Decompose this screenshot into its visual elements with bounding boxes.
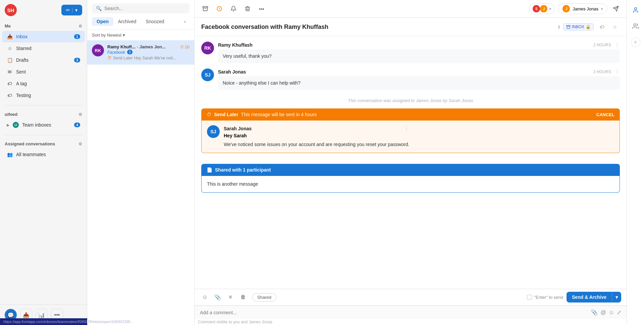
sidebar-item-all-teammates[interactable]: 👥 All teammates — [2, 149, 85, 160]
send-later-block: ⏱ Send Later This message will be sent i… — [201, 108, 620, 158]
starred-label: Starred — [16, 46, 80, 51]
send-later-more[interactable]: ⋮ — [404, 125, 409, 132]
comment-input[interactable] — [200, 310, 588, 315]
compose-toolbar: ☺ 📎 ≡ 🗑 Shared "Enter" to send Send & Ar… — [195, 289, 627, 306]
team-inboxes-label: Team inboxes — [22, 122, 71, 128]
star-button[interactable]: ☆ — [610, 22, 620, 32]
compose-button[interactable]: ✏ ▾ — [61, 5, 82, 15]
sidebar-item-a-tag[interactable]: 🏷 A tag — [2, 78, 85, 89]
assigned-label: Assigned conversations — [5, 141, 55, 146]
archive-button[interactable] — [200, 3, 211, 14]
conversation-list: 🔍 Open Archived Snoozed › Sort by Newest… — [87, 0, 195, 325]
sort-label: Sort by Newest — [92, 33, 121, 38]
more-icon: ••• — [259, 6, 264, 12]
sidebar-item-starred[interactable]: ☆ Starred — [2, 43, 85, 54]
send-shortcut-button[interactable] — [610, 3, 621, 14]
msg-2-time: 2 HOURS — [593, 69, 611, 74]
me-section-header: Me ⚙ — [0, 21, 87, 31]
shared-doc-icon: 📄 — [207, 167, 212, 173]
comment-icons: 📎 @ ☺ ⤢ — [591, 309, 621, 316]
me-settings-icon[interactable]: ⚙ — [78, 24, 82, 29]
tab-snoozed[interactable]: Snoozed — [141, 17, 169, 26]
send-later-msg-body-wrap: Sarah Jonas ⋮ Hey Sarah We've noticed so… — [224, 125, 409, 148]
send-archive-chevron[interactable]: ▾ — [612, 292, 621, 303]
conv-to: James Jon... — [140, 44, 166, 49]
inbox-badge: INBOX 🔒 — [563, 23, 594, 31]
teammates-icon: 👥 — [7, 151, 13, 157]
compose-area: ☺ 📎 ≡ 🗑 Shared "Enter" to send Send & Ar… — [195, 289, 627, 306]
enter-checkbox[interactable] — [527, 295, 532, 300]
sidebar-item-drafts[interactable]: 📋 Drafts 3 — [2, 54, 85, 66]
team-inboxes-badge: 4 — [74, 123, 80, 127]
cancel-send-later-button[interactable]: CANCEL — [596, 112, 614, 117]
agent-selector[interactable]: S J ▾ — [529, 3, 555, 14]
search-input[interactable] — [104, 6, 185, 11]
conv-body: Ramy Khuff... › James Jon... ⏱ 1D Facebo… — [107, 44, 190, 60]
msg-1-content: Ramy Khuffash 2 HOURS ⋮ Very useful, tha… — [218, 42, 620, 63]
send-later-sender: Sarah Jonas — [224, 126, 252, 131]
inbox-label: Inbox — [16, 34, 71, 39]
team-section: uifeed ⚙ ▶ U Team inboxes 4 — [0, 108, 87, 132]
conv-channel-row: Facebook 3 — [107, 49, 190, 55]
msg-1-name: Ramy Khuffash — [218, 42, 253, 48]
snooze-button[interactable] — [214, 3, 225, 14]
more-actions-button[interactable]: ••• — [256, 3, 267, 14]
participants-icon[interactable] — [630, 20, 642, 32]
inbox-icon: 📥 — [7, 34, 13, 40]
me-section: Me ⚙ 📥 Inbox 1 ☆ Starred 📋 Drafts 3 ✉ Se… — [0, 20, 87, 103]
team-settings-icon[interactable]: ⚙ — [78, 112, 82, 117]
agent-avatar-j: J — [540, 5, 547, 12]
sidebar-item-testing[interactable]: 🏷 Testing — [2, 90, 85, 101]
attach-button[interactable]: 📎 — [213, 292, 223, 302]
sarah-avatar: SJ — [201, 68, 214, 81]
notification-button[interactable] — [228, 3, 239, 14]
add-panel-button[interactable]: + — [631, 38, 640, 47]
tab-archived[interactable]: Archived — [113, 17, 141, 26]
svg-rect-4 — [567, 25, 570, 26]
svg-point-6 — [634, 24, 636, 26]
comment-mention-icon[interactable]: @ — [600, 310, 606, 316]
msg-1-header: Ramy Khuffash 2 HOURS ⋮ — [218, 42, 620, 48]
sidebar-divider — [5, 105, 82, 106]
comment-emoji-icon[interactable]: ☺ — [609, 310, 614, 316]
sidebar-item-inbox[interactable]: 📥 Inbox 1 — [2, 31, 85, 42]
send-later-greeting: Hey Sarah — [224, 133, 409, 138]
assignee-section[interactable]: J James Jonas ▾ — [558, 3, 607, 14]
search-bar[interactable]: 🔍 — [92, 3, 190, 13]
sort-row[interactable]: Sort by Newest ▾ — [87, 30, 194, 40]
drafts-icon: 📋 — [7, 57, 13, 63]
sidebar-item-team-inboxes[interactable]: ▶ U Team inboxes 4 — [2, 119, 85, 131]
assigned-settings-icon[interactable]: ⚙ — [78, 142, 82, 146]
comment-expand-icon[interactable]: ⤢ — [617, 309, 621, 316]
send-later-body: We've noticed some issues on your accoun… — [224, 141, 409, 148]
tag-button[interactable]: 🏷 — [597, 22, 607, 32]
conv-toolbar: ••• S J ▾ J James Jonas ▾ — [195, 0, 627, 18]
sidebar-item-sent[interactable]: ✉ Sent — [2, 66, 85, 78]
conv-send-later-label: Send Later — [113, 56, 133, 60]
format-button[interactable]: ≡ — [225, 292, 235, 302]
comment-attach-icon[interactable]: 📎 — [591, 309, 598, 316]
assign-notice: This conversation was assigned to James … — [201, 98, 620, 103]
send-later-msg-header: SJ Sarah Jonas ⋮ Hey Sarah We've noticed… — [207, 125, 614, 148]
message-1: RK Ramy Khuffash 2 HOURS ⋮ Very useful, … — [201, 42, 620, 63]
assignee-avatar: J — [562, 5, 570, 12]
shared-toggle[interactable]: Shared — [252, 293, 276, 301]
contact-details-icon[interactable] — [630, 4, 642, 16]
shared-message-area: This is another message — [201, 176, 620, 193]
tabs-more-button[interactable]: › — [180, 17, 190, 26]
team-inbox-icon: U — [13, 122, 19, 128]
send-archive-button[interactable]: Send & Archive ▾ — [567, 292, 621, 303]
tab-open[interactable]: Open — [92, 17, 113, 26]
info-icon[interactable]: ℹ — [558, 24, 560, 30]
conv-from: Ramy Khuff... — [107, 44, 136, 49]
conv-unread-badge: 3 — [127, 50, 132, 54]
shared-banner-label: Shared with 1 participant — [215, 167, 271, 173]
drafts-label: Drafts — [16, 57, 71, 63]
msg-2-more[interactable]: ⋮ — [614, 68, 620, 75]
msg-1-more[interactable]: ⋮ — [614, 42, 620, 48]
compose-trash-button[interactable]: 🗑 — [238, 292, 248, 302]
search-icon: 🔍 — [96, 6, 102, 11]
delete-button[interactable] — [242, 3, 253, 14]
conversation-item[interactable]: RK Ramy Khuff... › James Jon... ⏱ 1D Fac… — [87, 40, 194, 65]
emoji-button[interactable]: ☺ — [200, 292, 210, 302]
